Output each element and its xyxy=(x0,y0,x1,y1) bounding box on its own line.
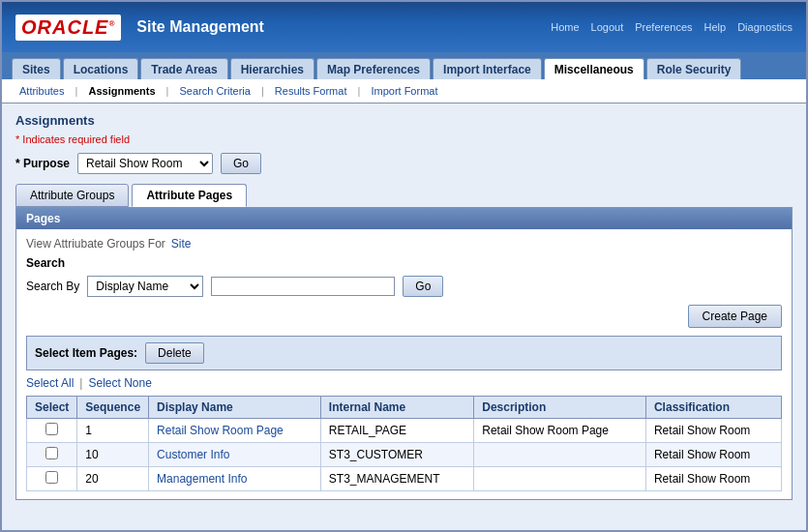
select-all-link[interactable]: Select All xyxy=(26,376,74,390)
row3-checkbox[interactable] xyxy=(45,471,58,484)
row3-classification: Retail Show Room xyxy=(645,467,781,491)
row2-sequence: 10 xyxy=(77,443,149,467)
search-section: Search Search By Display Name Go xyxy=(26,256,782,297)
help-link[interactable]: Help xyxy=(704,21,727,33)
col-classification: Classification xyxy=(645,397,781,419)
row3-checkbox-cell xyxy=(27,467,77,491)
view-label: View Attriubate Groups For xyxy=(26,237,165,251)
attr-tab-pages[interactable]: Attribute Pages xyxy=(132,184,247,207)
purpose-select[interactable]: Retail Show Room xyxy=(77,153,213,174)
row3-display-name: Management Info xyxy=(149,467,321,491)
select-divider: | xyxy=(79,376,82,390)
col-display-name: Display Name xyxy=(149,397,321,419)
row1-sequence: 1 xyxy=(77,419,149,443)
subtab-search-criteria[interactable]: Search Criteria xyxy=(172,83,258,99)
col-select: Select xyxy=(27,397,77,419)
row1-classification: Retail Show Room xyxy=(645,419,781,443)
view-value: Site xyxy=(171,237,192,251)
divider1: | xyxy=(72,85,80,97)
search-by-label: Search By xyxy=(26,280,79,293)
row3-description xyxy=(474,467,646,491)
purpose-row: * Purpose Retail Show Room Go xyxy=(15,153,793,174)
panel-body: View Attriubate Groups For Site Search S… xyxy=(16,229,792,499)
assignments-section: Assignments * Indicates required field *… xyxy=(15,113,793,174)
search-go-button[interactable]: Go xyxy=(403,276,443,297)
row1-checkbox[interactable] xyxy=(45,423,58,435)
content-area: Assignments * Indicates required field *… xyxy=(2,103,806,519)
view-info-row: View Attriubate Groups For Site xyxy=(26,237,782,251)
select-item-pages-label: Select Item Pages: xyxy=(35,346,137,360)
row2-internal-name: ST3_CUSTOMER xyxy=(320,443,473,467)
table-row: 10 Customer Info ST3_CUSTOMER Retail Sho… xyxy=(27,443,782,467)
tab-hierarchies[interactable]: Hierarchies xyxy=(230,58,314,79)
subtab-assignments[interactable]: Assignments xyxy=(80,83,163,99)
search-input[interactable] xyxy=(211,277,395,296)
create-page-row: Create Page xyxy=(26,297,782,336)
create-page-button[interactable]: Create Page xyxy=(688,305,782,328)
row3-display-link[interactable]: Management Info xyxy=(157,472,247,486)
subtab-attributes[interactable]: Attributes xyxy=(12,83,72,99)
panel-header: Pages xyxy=(16,208,792,229)
row3-sequence: 20 xyxy=(77,467,149,491)
purpose-label: * Purpose xyxy=(15,157,70,170)
tab-miscellaneous[interactable]: Miscellaneous xyxy=(544,58,644,79)
tab-map-preferences[interactable]: Map Preferences xyxy=(316,58,431,79)
row1-display-link[interactable]: Retail Show Room Page xyxy=(157,424,284,437)
col-description: Description xyxy=(474,397,646,419)
col-sequence: Sequence xyxy=(77,397,149,419)
row2-description xyxy=(474,443,646,467)
divider4: | xyxy=(354,85,363,97)
logout-link[interactable]: Logout xyxy=(591,21,624,33)
app-header: ORACLE® Site Management Home Logout Pref… xyxy=(2,2,806,52)
search-row: Search By Display Name Go xyxy=(26,276,782,297)
home-link[interactable]: Home xyxy=(551,21,579,33)
row1-checkbox-cell xyxy=(27,419,77,443)
tab-locations[interactable]: Locations xyxy=(63,58,139,79)
subtab-import-format[interactable]: Import Format xyxy=(363,83,445,99)
preferences-link[interactable]: Preferences xyxy=(635,21,692,33)
diagnostics-link[interactable]: Diagnostics xyxy=(737,21,793,33)
search-title: Search xyxy=(26,256,782,270)
row1-display-name: Retail Show Room Page xyxy=(149,419,321,443)
row2-classification: Retail Show Room xyxy=(645,443,781,467)
tab-sites[interactable]: Sites xyxy=(12,58,61,79)
header-links: Home Logout Preferences Help Diagnostics xyxy=(551,21,793,33)
tab-role-security[interactable]: Role Security xyxy=(646,58,742,79)
col-internal-name: Internal Name xyxy=(320,397,473,419)
tab-import-interface[interactable]: Import Interface xyxy=(433,58,542,79)
attribute-tabs: Attribute Groups Attribute Pages xyxy=(15,184,793,207)
oracle-logo: ORACLE® xyxy=(15,15,121,41)
divider2: | xyxy=(164,85,172,97)
row1-internal-name: RETAIL_PAGE xyxy=(320,419,473,443)
select-none-link[interactable]: Select None xyxy=(88,376,151,390)
row1-description: Retail Show Room Page xyxy=(474,419,646,443)
subtab-results-format[interactable]: Results Format xyxy=(267,83,355,99)
assignments-title: Assignments xyxy=(15,113,793,128)
main-nav: Sites Locations Trade Areas Hierarchies … xyxy=(2,52,806,79)
required-note: * Indicates required field xyxy=(15,133,793,145)
tab-trade-areas[interactable]: Trade Areas xyxy=(140,58,227,79)
sub-nav: Attributes | Assignments | Search Criter… xyxy=(2,79,806,103)
header-left: ORACLE® Site Management xyxy=(15,15,264,41)
row2-checkbox-cell xyxy=(27,443,77,467)
delete-button[interactable]: Delete xyxy=(145,342,204,364)
pages-panel: Pages View Attriubate Groups For Site Se… xyxy=(15,207,793,500)
purpose-go-button[interactable]: Go xyxy=(221,153,261,174)
attr-tab-groups[interactable]: Attribute Groups xyxy=(15,184,129,207)
select-item-pages-row: Select Item Pages: Delete xyxy=(26,336,782,370)
row2-display-link[interactable]: Customer Info xyxy=(157,448,229,461)
app-title: Site Management xyxy=(136,18,264,36)
table-row: 1 Retail Show Room Page RETAIL_PAGE Reta… xyxy=(27,419,782,443)
row3-internal-name: ST3_MANAGEMENT xyxy=(320,467,473,491)
table-row: 20 Management Info ST3_MANAGEMENT Retail… xyxy=(27,467,782,491)
select-links-row: Select All | Select None xyxy=(26,376,782,390)
row2-display-name: Customer Info xyxy=(149,443,321,467)
pages-table: Select Sequence Display Name Internal Na… xyxy=(26,396,782,491)
row2-checkbox[interactable] xyxy=(45,447,58,459)
divider3: | xyxy=(258,85,267,97)
search-by-select[interactable]: Display Name xyxy=(87,276,203,297)
